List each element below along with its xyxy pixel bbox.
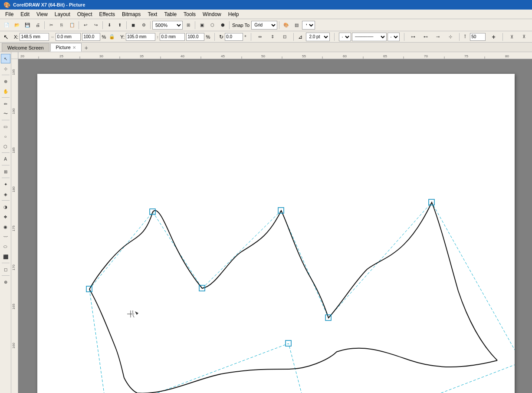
menu-edit[interactable]: Edit xyxy=(17,10,33,18)
tool-ellipse[interactable]: ○ xyxy=(1,132,10,141)
tool-text[interactable]: A xyxy=(1,154,10,164)
view-full[interactable]: ⬡ xyxy=(207,20,217,30)
cursor-indicator xyxy=(127,310,138,317)
ruler-corner xyxy=(11,52,18,59)
redo-button[interactable]: ↪ xyxy=(91,20,101,30)
virtual-segment[interactable]: ⊼ xyxy=(519,32,529,42)
tool-contour[interactable]: ◉ xyxy=(1,222,10,231)
line-end-select[interactable]: — xyxy=(388,33,400,41)
svg-text:170: 170 xyxy=(12,264,16,271)
copy-button[interactable]: ⎘ xyxy=(57,20,66,30)
tool-extrude[interactable]: ⬛ xyxy=(1,252,10,261)
tool-fill[interactable]: ◈ xyxy=(1,189,10,199)
node-tool-3[interactable]: ⊸ xyxy=(433,32,443,42)
menu-bitmaps[interactable]: Bitmaps xyxy=(118,10,144,18)
menu-text[interactable]: Text xyxy=(144,10,161,18)
node-options-button[interactable]: ⊻ xyxy=(507,32,516,42)
color-mode-button[interactable]: 🎨 xyxy=(281,20,291,30)
menu-window[interactable]: Window xyxy=(199,10,225,18)
tool-distort[interactable]: 〰 xyxy=(1,232,10,241)
y-input[interactable] xyxy=(126,33,155,41)
zoom-select[interactable]: 500% 400% 300% 200% 100% xyxy=(152,21,183,30)
tool-table[interactable]: ⊞ xyxy=(1,167,10,176)
tab-welcome[interactable]: Welcome Screen xyxy=(2,43,49,52)
apply-button[interactable]: ⊡ xyxy=(280,32,289,42)
svg-text:35: 35 xyxy=(140,54,144,58)
color-profile-select[interactable]: ▼ xyxy=(302,21,315,30)
tool-eyedropper[interactable]: ✦ xyxy=(1,179,10,189)
new-button[interactable]: 📄 xyxy=(2,20,11,30)
menu-object[interactable]: Object xyxy=(74,10,96,18)
w-input[interactable] xyxy=(56,33,81,41)
tab-close-icon[interactable]: ✕ xyxy=(72,45,76,50)
save-button[interactable]: 💾 xyxy=(23,20,32,30)
rotation-input[interactable] xyxy=(225,33,243,41)
node-tool-4[interactable]: ⊹ xyxy=(446,32,455,42)
cp-7[interactable] xyxy=(286,340,291,346)
h-input[interactable] xyxy=(160,33,185,41)
line-start-select[interactable]: — xyxy=(339,33,351,41)
menu-tools[interactable]: Tools xyxy=(180,10,199,18)
tool-transparency[interactable]: ◻ xyxy=(1,264,10,274)
node-tool-2[interactable]: ⊷ xyxy=(421,32,430,42)
svg-text:45: 45 xyxy=(221,54,225,58)
svg-text:65: 65 xyxy=(383,54,387,58)
tool-zoom[interactable]: ⊕ xyxy=(1,76,10,86)
menu-view[interactable]: View xyxy=(33,10,51,18)
mirror-h-button[interactable]: ⇔ xyxy=(256,32,265,42)
pick-tool-icon: ↖ xyxy=(3,33,9,40)
tool-smart[interactable]: 〜 xyxy=(1,109,10,119)
open-button[interactable]: 📂 xyxy=(12,20,22,30)
zoom-fit-button[interactable]: ⊞ xyxy=(184,20,193,30)
svg-text:180: 180 xyxy=(12,186,16,192)
snap-select[interactable]: Grid Guides Objects xyxy=(251,21,277,30)
import-button[interactable]: ⬇ xyxy=(105,20,114,30)
outline-width-select[interactable]: 2.0 pt 1.0 pt 0.5 pt xyxy=(306,33,329,41)
tool-polygon[interactable]: ⬡ xyxy=(1,142,10,151)
drawing-svg xyxy=(37,74,515,393)
undo-button[interactable]: ↩ xyxy=(81,20,90,30)
tool-plus[interactable]: ⊕ xyxy=(1,277,10,287)
rotate-icon: ↻ xyxy=(219,34,223,40)
menu-layout[interactable]: Layout xyxy=(51,10,74,18)
tool-rectangle[interactable]: ▭ xyxy=(1,122,10,131)
wpct-input[interactable] xyxy=(82,33,100,41)
publish-button[interactable]: ◼ xyxy=(128,20,138,30)
lock-ratio-button[interactable]: 🔒 xyxy=(107,32,117,42)
tool-select[interactable]: ↖ xyxy=(1,54,10,63)
menu-table[interactable]: Table xyxy=(161,10,180,18)
tool-shadow[interactable]: ◑ xyxy=(1,202,10,211)
tool-blend[interactable]: ❖ xyxy=(1,212,10,221)
line-style-select[interactable]: ────── - - - - xyxy=(352,33,387,41)
svg-text:40: 40 xyxy=(181,54,184,58)
tool-pan[interactable]: ✋ xyxy=(1,86,10,96)
tool-freehand[interactable]: ✏ xyxy=(1,99,10,109)
hpct-input[interactable] xyxy=(186,33,204,41)
view-wire[interactable]: ⬢ xyxy=(218,20,227,30)
svg-text:60: 60 xyxy=(343,54,347,58)
paste-button[interactable]: 📋 xyxy=(67,20,77,30)
tool-node[interactable]: ⊹ xyxy=(1,64,10,73)
view-normal[interactable]: ▣ xyxy=(197,20,207,30)
mirror-v-button[interactable]: ⇕ xyxy=(268,32,277,42)
add-tab-button[interactable]: + xyxy=(82,44,90,52)
print-button[interactable]: 🖨 xyxy=(33,20,43,30)
svg-text:195: 195 xyxy=(12,69,16,75)
coord-bar: ↖ X: ↔ % 🔒 Y: ↕ % ↻ ° ⇔ ⇕ ⊡ ⊿ 2.0 pt 1.0… xyxy=(0,31,532,43)
add-node-button[interactable]: + xyxy=(489,32,498,42)
menu-file[interactable]: File xyxy=(2,10,17,18)
y-label: Y: xyxy=(120,34,125,40)
x-input[interactable] xyxy=(20,33,49,41)
tool-envelope[interactable]: ⬭ xyxy=(1,242,10,251)
menu-help[interactable]: Help xyxy=(225,10,243,18)
node-count-input[interactable] xyxy=(470,33,486,41)
display-button[interactable]: ▤ xyxy=(292,20,301,30)
options-button[interactable]: ⚙ xyxy=(139,20,148,30)
menu-effects[interactable]: Effects xyxy=(96,10,118,18)
canvas-area[interactable]: 20 25 30 35 40 45 50 55 60 xyxy=(11,52,532,393)
tab-picture[interactable]: Picture ✕ xyxy=(50,43,82,52)
node-tool-1[interactable]: ⊶ xyxy=(409,32,418,42)
export-button[interactable]: ⬆ xyxy=(115,20,125,30)
main-toolbar: 📄 📂 💾 🖨 ✂ ⎘ 📋 ↩ ↪ ⬇ ⬆ ◼ ⚙ 500% 400% 300%… xyxy=(0,19,532,31)
cut-button[interactable]: ✂ xyxy=(46,20,56,30)
